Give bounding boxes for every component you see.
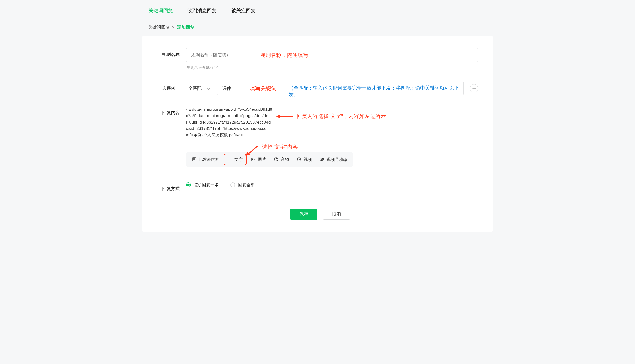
toolbar-item-label: 音频 — [281, 157, 289, 162]
reply-content-text[interactable]: <a data-miniprogram-appid="wx554ecad391d… — [186, 106, 273, 138]
arrow-diag-icon — [244, 144, 259, 156]
tab-follow-reply[interactable]: 被关注回复 — [231, 4, 256, 18]
toolbar-item-label: 文字 — [235, 157, 243, 162]
doc-list-icon — [192, 157, 196, 162]
toolbar-item-text[interactable]: 文字 — [224, 154, 247, 165]
radio-dot-icon — [230, 182, 235, 187]
svg-line-2 — [247, 146, 258, 154]
svg-point-9 — [252, 159, 253, 159]
video-icon — [297, 157, 301, 162]
rule-name-input[interactable] — [186, 48, 478, 62]
image-icon — [251, 157, 255, 162]
audio-icon — [274, 157, 278, 162]
button-label: 保存 — [299, 211, 308, 217]
cancel-button[interactable]: 取消 — [323, 208, 350, 220]
divider — [186, 147, 478, 147]
channels-icon — [320, 157, 324, 162]
plus-icon — [472, 86, 476, 90]
button-label: 取消 — [332, 211, 341, 217]
match-mode-select[interactable]: 全匹配 — [186, 82, 213, 95]
toolbar-item-label: 视频号动态 — [327, 157, 347, 162]
form-actions: 保存 取消 — [162, 208, 478, 220]
chevron-down-icon — [207, 86, 210, 90]
match-mode-value: 全匹配 — [189, 86, 202, 91]
svg-marker-12 — [299, 159, 300, 160]
rule-name-hint: 规则名最多60个字 — [187, 65, 478, 70]
save-button[interactable]: 保存 — [290, 208, 318, 220]
tab-keyword-reply[interactable]: 关键词回复 — [148, 4, 173, 18]
toolbar-item-label: 已发表内容 — [199, 157, 219, 162]
radio-random-one[interactable]: 随机回复一条 — [186, 182, 219, 188]
text-icon — [228, 157, 232, 162]
tab-label: 被关注回复 — [231, 8, 256, 13]
annotation-content-arrow-wrap: 回复内容选择“文字”，内容如左边所示 — [276, 113, 386, 120]
svg-marker-3 — [245, 152, 250, 156]
annotation-content-text: 回复内容选择“文字”，内容如左边所示 — [297, 113, 386, 120]
breadcrumb-root[interactable]: 关键词回复 — [148, 25, 170, 30]
keyword-label: 关键词 — [162, 82, 186, 91]
keyword-input[interactable] — [217, 82, 464, 95]
radio-reply-all[interactable]: 回复全部 — [230, 182, 255, 188]
annotation-type-text: 选择“文字”内容 — [262, 143, 298, 150]
rule-name-label: 规则名称 — [162, 48, 186, 58]
tab-label: 收到消息回复 — [188, 8, 217, 13]
breadcrumb-sep: > — [172, 25, 175, 30]
breadcrumb: 关键词回复 > 添加回复 — [141, 18, 494, 36]
svg-marker-1 — [276, 114, 280, 118]
breadcrumb-current: 添加回复 — [177, 25, 195, 30]
radio-label: 回复全部 — [238, 182, 255, 188]
toolbar-item-published[interactable]: 已发表内容 — [189, 154, 223, 165]
toolbar-item-channels[interactable]: 视频号动态 — [316, 154, 351, 165]
arrow-left-icon — [276, 114, 293, 119]
toolbar-item-label: 图片 — [258, 157, 266, 162]
top-tabs: 关键词回复 收到消息回复 被关注回复 — [141, 0, 494, 18]
radio-label: 随机回复一条 — [194, 182, 219, 188]
add-keyword-button[interactable] — [470, 84, 478, 92]
radio-dot-icon — [186, 182, 191, 187]
toolbar-item-label: 视频 — [304, 157, 312, 162]
reply-mode-label: 回复方式 — [162, 182, 186, 192]
tab-message-reply[interactable]: 收到消息回复 — [187, 4, 217, 18]
form-card: 规则名称 规则名称，随便填写 规则名最多60个字 关键词 全匹配 — [142, 36, 493, 232]
reply-content-label: 回复内容 — [162, 106, 186, 116]
tab-label: 关键词回复 — [149, 8, 173, 13]
annotation-type-arrow-wrap: 选择“文字”内容 — [244, 144, 298, 156]
